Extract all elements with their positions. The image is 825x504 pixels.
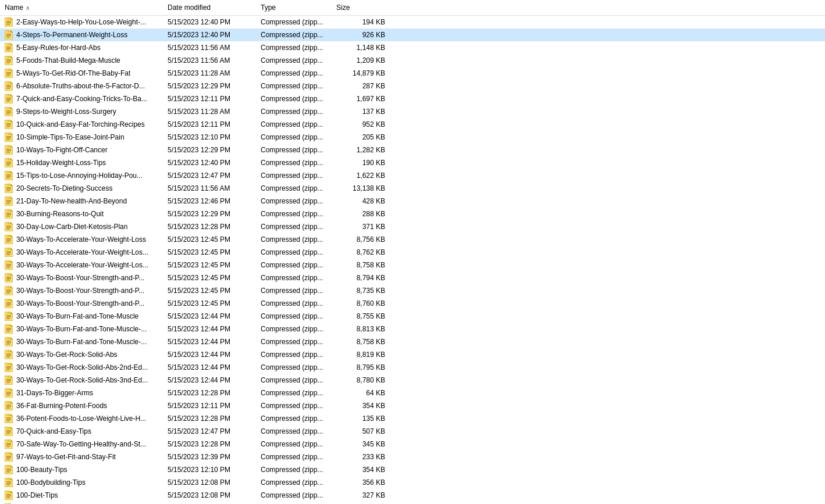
file-size-cell: 1,282 KB — [332, 144, 390, 156]
table-row[interactable]: 5-Ways-To-Get-Rid-Of-The-Baby-Fat5/15/20… — [0, 67, 825, 80]
table-row[interactable]: 30-Ways-To-Boost-Your-Strength-and-P...5… — [0, 297, 825, 310]
table-row[interactable]: 7-Quick-and-Easy-Cooking-Tricks-To-Ba...… — [0, 92, 825, 105]
file-size-cell: 354 KB — [332, 464, 390, 476]
file-name-cell: 30-Ways-To-Burn-Fat-and-Tone-Muscle-... — [0, 323, 163, 335]
name-column-header[interactable]: Name ∧ — [0, 1, 163, 14]
table-row[interactable]: 30-Ways-To-Burn-Fat-and-Tone-Muscle-...5… — [0, 335, 825, 348]
file-date-cell: 5/15/2023 12:45 PM — [163, 272, 256, 284]
table-row[interactable]: 10-Quick-and-Easy-Fat-Torching-Recipes5/… — [0, 118, 825, 131]
file-rows-container: 2-Easy-Ways-to-Help-You-Lose-Weight-...5… — [0, 16, 825, 504]
file-date-cell: 5/15/2023 12:45 PM — [163, 285, 256, 296]
table-row[interactable]: 6-Absolute-Truths-about-the-5-Factor-D..… — [0, 80, 825, 92]
table-row[interactable]: 100-Beauty-Tips5/15/2023 12:10 PMCompres… — [0, 463, 825, 476]
zip-file-icon — [5, 299, 14, 308]
svg-rect-160 — [8, 300, 9, 301]
table-row[interactable]: 70-Safe-Way-To-Getting-Healthy-and-St...… — [0, 438, 825, 451]
svg-rect-228 — [6, 433, 10, 434]
file-size-cell: 428 KB — [332, 195, 390, 207]
table-row[interactable]: 36-Potent-Foods-to-Lose-Weight-Live-H...… — [0, 412, 825, 425]
file-date-cell: 5/15/2023 12:28 PM — [163, 221, 256, 233]
file-size-cell: 205 KB — [332, 131, 390, 143]
svg-rect-10 — [6, 35, 11, 37]
file-name-cell: 70-Safe-Way-To-Getting-Healthy-and-St... — [0, 438, 163, 450]
file-type-cell: Compressed (zipp... — [256, 310, 332, 322]
file-name-text: 30-Ways-To-Boost-Your-Strength-and-P... — [16, 299, 144, 308]
table-row[interactable]: 30-Ways-To-Get-Rock-Solid-Abs-2nd-Ed...5… — [0, 361, 825, 374]
file-type-cell: Compressed (zipp... — [256, 477, 332, 488]
table-row[interactable]: 30-Ways-To-Burn-Fat-and-Tone-Muscle5/15/… — [0, 310, 825, 323]
type-header-label: Type — [261, 3, 276, 12]
size-column-header[interactable]: Size — [332, 1, 390, 14]
svg-rect-216 — [8, 402, 9, 403]
file-size-cell: 8,758 KB — [332, 336, 390, 348]
svg-rect-146 — [8, 274, 9, 275]
svg-rect-34 — [8, 70, 9, 70]
table-row[interactable]: 70-Quick-and-Easy-Tips5/15/2023 12:47 PM… — [0, 425, 825, 438]
file-name-text: 30-Ways-To-Get-Rock-Solid-Abs-2nd-Ed... — [16, 363, 148, 371]
file-name-cell: 4-Steps-To-Permanent-Weight-Loss — [0, 29, 163, 41]
svg-rect-67 — [6, 139, 10, 140]
zip-file-icon — [5, 107, 14, 116]
table-row[interactable]: 21-Day-To-New-health-And-Beyond5/15/2023… — [0, 195, 825, 208]
table-row[interactable]: 30-Ways-To-Boost-Your-Strength-and-P...5… — [0, 271, 825, 284]
table-row[interactable]: 30-Day-Low-Carb-Diet-Ketosis-Plan5/15/20… — [0, 220, 825, 233]
file-date-cell: 5/15/2023 11:28 AM — [163, 67, 256, 79]
svg-rect-129 — [6, 253, 11, 254]
table-row[interactable]: 15-Holiday-Weight-Loss-Tips5/15/2023 12:… — [0, 156, 825, 169]
file-name-cell: 100-Bodybuilding-Tips — [0, 477, 163, 488]
svg-rect-195 — [8, 364, 9, 364]
table-row[interactable]: 30-Ways-To-Accelerate-Your-Weight-Los...… — [0, 259, 825, 271]
date-header-label: Date modified — [168, 3, 211, 12]
table-row[interactable]: 30-Ways-To-Accelerate-Your-Weight-Los...… — [0, 246, 825, 259]
size-header-label: Size — [336, 3, 350, 12]
zip-file-icon — [5, 465, 14, 474]
file-name-text: 97-Ways-to-Get-Fit-and-Stay-Fit — [16, 453, 116, 461]
table-row[interactable]: 97-Ways-to-Get-Fit-and-Stay-Fit5/15/2023… — [0, 451, 825, 463]
date-column-header[interactable]: Date modified — [163, 1, 256, 14]
table-row[interactable]: 30-Ways-To-Burn-Fat-and-Tone-Muscle-...5… — [0, 323, 825, 335]
file-name-cell: 100-Beauty-Tips — [0, 464, 163, 476]
svg-rect-188 — [8, 351, 9, 352]
file-name-text: 70-Quick-and-Easy-Tips — [16, 427, 91, 435]
zip-file-icon — [5, 324, 14, 334]
svg-rect-181 — [8, 338, 9, 339]
table-row[interactable]: 30-Burning-Reasons-to-Quit5/15/2023 12:2… — [0, 208, 825, 220]
file-type-cell: Compressed (zipp... — [256, 374, 332, 386]
svg-rect-235 — [6, 446, 10, 447]
svg-marker-1 — [10, 17, 13, 20]
svg-rect-262 — [6, 496, 11, 497]
svg-rect-258 — [8, 479, 9, 480]
svg-rect-73 — [6, 151, 11, 152]
table-row[interactable]: 36-Fat-Burning-Potent-Foods5/15/2023 12:… — [0, 399, 825, 412]
file-type-cell: Compressed (zipp... — [256, 426, 332, 437]
table-row[interactable]: 30-Ways-To-Accelerate-Your-Weight-Loss5/… — [0, 233, 825, 246]
svg-rect-44 — [6, 98, 11, 99]
table-row[interactable]: 10-Ways-To-Fight-Off-Cancer5/15/2023 12:… — [0, 144, 825, 156]
file-name-cell: 10-Quick-and-Easy-Fat-Torching-Recipes — [0, 119, 163, 130]
table-row[interactable]: 30-Ways-To-Get-Rock-Solid-Abs-3nd-Ed...5… — [0, 374, 825, 387]
file-date-cell: 5/15/2023 12:45 PM — [163, 259, 256, 271]
svg-rect-118 — [8, 223, 9, 224]
table-row[interactable]: 100-Bodybuilding-Tips5/15/2023 12:08 PMC… — [0, 476, 825, 489]
table-row[interactable]: 20-Secrets-To-Dieting-Success5/15/2023 1… — [0, 182, 825, 195]
table-row[interactable]: 10-Simple-Tips-To-Ease-Joint-Pain5/15/20… — [0, 131, 825, 144]
table-row[interactable]: 15-Tips-to-Lose-Annoying-Holiday-Pou...5… — [0, 169, 825, 182]
table-row[interactable]: 5-Foods-That-Build-Mega-Muscle5/15/2023 … — [0, 54, 825, 67]
type-column-header[interactable]: Type — [256, 1, 332, 14]
file-size-cell: 194 KB — [332, 16, 390, 28]
svg-rect-237 — [8, 441, 9, 441]
table-row[interactable]: 100-Exercise-Tips5/15/2023 11:55 AMCompr… — [0, 502, 825, 504]
table-row[interactable]: 31-Days-To-Bigger-Arms5/15/2023 12:28 PM… — [0, 387, 825, 399]
table-row[interactable]: 2-Easy-Ways-to-Help-You-Lose-Weight-...5… — [0, 16, 825, 28]
table-row[interactable]: 100-Diet-Tips5/15/2023 12:08 PMCompresse… — [0, 489, 825, 502]
file-name-cell: 30-Ways-To-Accelerate-Your-Weight-Los... — [0, 246, 163, 258]
file-list[interactable]: Name ∧ Date modified Type Size 2-Easy-Wa… — [0, 0, 825, 504]
table-row[interactable]: 5-Easy-Rules-for-Hard-Abs5/15/2023 11:56… — [0, 41, 825, 54]
svg-rect-200 — [6, 382, 10, 383]
svg-rect-16 — [6, 47, 11, 48]
table-row[interactable]: 9-Steps-to-Weight-Loss-Surgery5/15/2023 … — [0, 105, 825, 118]
file-size-cell: 190 KB — [332, 157, 390, 169]
table-row[interactable]: 30-Ways-To-Boost-Your-Strength-and-P...5… — [0, 284, 825, 297]
table-row[interactable]: 4-Steps-To-Permanent-Weight-Loss5/15/202… — [0, 28, 825, 41]
table-row[interactable]: 30-Ways-To-Get-Rock-Solid-Abs5/15/2023 1… — [0, 348, 825, 361]
